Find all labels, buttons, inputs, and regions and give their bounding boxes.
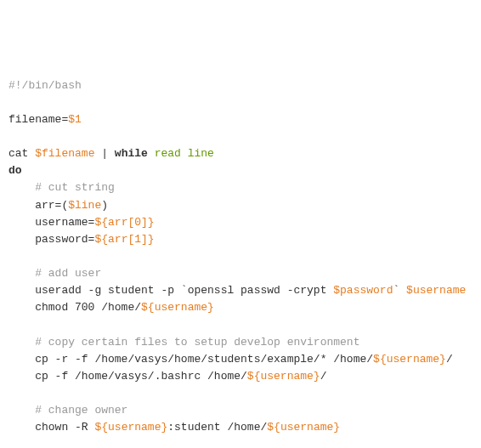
chown-cmd-a: chown -R [8,421,94,434]
username-var: $username [406,284,466,297]
password-assign-lhs: password= [8,233,94,246]
cp2-cmd-a: cp -f /home/vasys/.bashrc /home/ [8,370,247,383]
shebang: #!/bin/bash [8,79,82,92]
username-var-3: ${username} [373,353,446,366]
username-assign-lhs: username= [8,216,94,229]
code-block: #!/bin/bash filename=$1 cat $filename | … [8,77,473,448]
filename-assign-rhs: $1 [68,113,82,126]
chmod-cmd: chmod 700 /home/ [8,301,141,314]
chown-cmd-b: :student /home/ [167,421,267,434]
arr0-var: ${arr[0]} [94,216,154,229]
username-var-6: ${username} [267,421,340,434]
filename-assign-lhs: filename= [8,113,68,126]
arr-assign-rhs: ) [101,199,108,212]
cp1-cmd-a: cp -r -f /home/vasys/home/students/examp… [8,353,373,366]
do-keyword: do [8,164,22,177]
username-var-5: ${username} [94,421,167,434]
pipe: | [94,147,114,160]
comment-adduser: # add user [8,267,101,280]
read-cmd: read line [148,147,214,160]
cp1-cmd-b: / [446,353,453,366]
comment-owner: # change owner [8,404,127,417]
comment-copy: # copy certain files to setup develop en… [8,336,359,349]
cat-cmd: cat [8,147,35,160]
useradd-cmd-b: ` [393,284,406,297]
comment-cut: # cut string [8,181,115,194]
arr1-var: ${arr[1]} [94,233,154,246]
useradd-cmd-a: useradd -g student -p `openssl passwd -c… [8,284,333,297]
username-var-2: ${username} [141,301,214,314]
line-var: $line [68,199,101,212]
password-var: $password [333,284,393,297]
filename-var: $filename [35,147,94,160]
username-var-4: ${username} [247,370,320,383]
cp2-cmd-b: / [320,370,327,383]
arr-assign-lhs: arr=( [8,199,68,212]
while-keyword: while [115,147,148,160]
